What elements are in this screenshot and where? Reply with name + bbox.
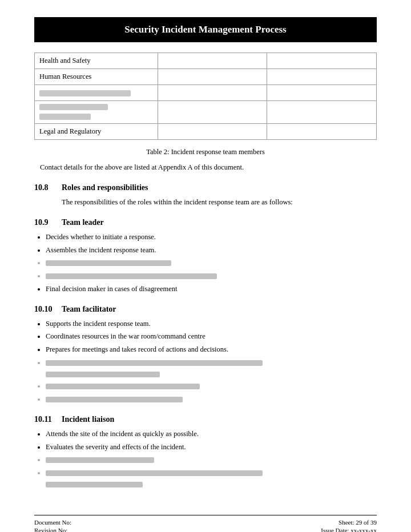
section-title-10-11: 10.11Incident liaison bbox=[34, 415, 377, 424]
redacted-text bbox=[46, 397, 183, 402]
section-title-10-10: 10.10Team facilitator bbox=[34, 305, 377, 314]
table-cell-col3 bbox=[267, 101, 377, 124]
section-10-8: 10.8Roles and responsibilities The respo… bbox=[34, 183, 377, 208]
list-item: Assembles the incident response team. bbox=[46, 245, 377, 256]
list-item: Evaluates the severity and effects of th… bbox=[46, 442, 377, 453]
redacted-text bbox=[46, 273, 217, 279]
table-caption: Table 2: Incident response team members bbox=[34, 148, 377, 156]
table-cell-role-redacted2 bbox=[35, 101, 158, 124]
redacted-text bbox=[46, 260, 171, 266]
table-cell-role: Legal and Regulatory bbox=[35, 124, 158, 140]
list-item: Supports the incident response team. bbox=[46, 319, 377, 329]
list-item-redacted bbox=[46, 381, 377, 392]
rev-no-label: Revision No: bbox=[34, 527, 71, 533]
list-item-redacted bbox=[46, 394, 377, 405]
table-cell-role: Human Resources bbox=[35, 69, 158, 85]
page: Security Incident Management Process Hea… bbox=[0, 0, 411, 532]
list-item-redacted bbox=[46, 257, 377, 268]
bullet-list-10-9: Decides whether to initiate a response. … bbox=[46, 232, 377, 295]
redacted-text bbox=[46, 470, 263, 476]
table-cell-col3 bbox=[267, 85, 377, 101]
list-item: Coordinates resources in the war room/co… bbox=[46, 331, 377, 342]
list-item-redacted bbox=[46, 467, 377, 489]
redacted-block bbox=[39, 104, 108, 110]
table-row: Human Resources bbox=[35, 69, 377, 85]
redacted-block bbox=[39, 90, 131, 96]
redacted-text bbox=[46, 360, 263, 366]
section-title-10-8: 10.8Roles and responsibilities bbox=[34, 183, 377, 192]
table-cell-col3 bbox=[267, 124, 377, 140]
redacted-text bbox=[46, 384, 200, 389]
bullet-list-10-10: Supports the incident response team. Coo… bbox=[46, 319, 377, 405]
table-cell-col2 bbox=[158, 124, 267, 140]
table-row bbox=[35, 101, 377, 124]
list-item: Decides whether to initiate a response. bbox=[46, 232, 377, 243]
doc-no-label: Document No: bbox=[34, 519, 71, 526]
contact-note: Contact details for the above are listed… bbox=[40, 163, 377, 172]
page-header: Security Incident Management Process bbox=[34, 17, 377, 42]
footer-left: Document No: Revision No: bbox=[34, 519, 71, 533]
section-10-9: 10.9Team leader Decides whether to initi… bbox=[34, 218, 377, 295]
section-10-10: 10.10Team facilitator Supports the incid… bbox=[34, 305, 377, 405]
redacted-text bbox=[46, 372, 160, 377]
table-cell-col3 bbox=[267, 69, 377, 85]
list-item: Prepares for meetings and takes record o… bbox=[46, 344, 377, 355]
redacted-text bbox=[46, 457, 154, 463]
table-row bbox=[35, 85, 377, 101]
bullet-list-10-11: Attends the site of the incident as quic… bbox=[46, 429, 377, 489]
table-cell-role-redacted bbox=[35, 85, 158, 101]
redacted-text bbox=[46, 482, 143, 487]
section-body-10-8: The responsibilities of the roles within… bbox=[62, 197, 377, 208]
table-row: Legal and Regulatory bbox=[35, 124, 377, 140]
table-cell-col2 bbox=[158, 53, 267, 69]
table-cell-col3 bbox=[267, 53, 377, 69]
table-cell-col2 bbox=[158, 85, 267, 101]
footer-right: Sheet: 29 of 39 Issue Date: xx-xxx-xx bbox=[321, 519, 377, 533]
list-item: Attends the site of the incident as quic… bbox=[46, 429, 377, 440]
team-table: Health and Safety Human Resources bbox=[34, 53, 377, 140]
redacted-block bbox=[39, 114, 91, 120]
section-title-10-9: 10.9Team leader bbox=[34, 218, 377, 227]
section-10-11: 10.11Incident liaison Attends the site o… bbox=[34, 415, 377, 489]
page-footer: Document No: Revision No: Sheet: 29 of 3… bbox=[34, 515, 377, 533]
table-cell-col2 bbox=[158, 101, 267, 124]
list-item-redacted bbox=[46, 357, 377, 379]
list-item-redacted bbox=[46, 454, 377, 465]
table-cell-col2 bbox=[158, 69, 267, 85]
sheet-label: Sheet: 29 of 39 bbox=[339, 519, 377, 526]
issue-date-label: Issue Date: xx-xxx-xx bbox=[321, 527, 377, 533]
table-row: Health and Safety bbox=[35, 53, 377, 69]
table-cell-role: Health and Safety bbox=[35, 53, 158, 69]
list-item: Final decision maker in cases of disagre… bbox=[46, 284, 377, 295]
list-item-redacted bbox=[46, 271, 377, 281]
page-title: Security Incident Management Process bbox=[124, 24, 286, 35]
